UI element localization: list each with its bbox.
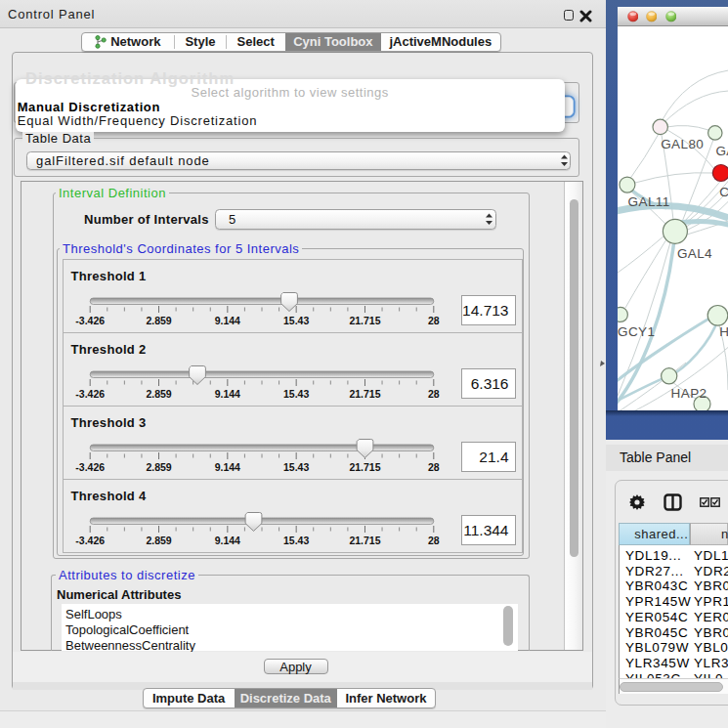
svg-text:HAP2: HAP2 [670, 386, 707, 401]
svg-text:-3.426: -3.426 [75, 315, 105, 326]
svg-text:9.144: 9.144 [214, 535, 239, 546]
svg-text:2.859: 2.859 [146, 535, 171, 546]
svg-text:28: 28 [427, 315, 439, 326]
svg-text:21.715: 21.715 [349, 315, 380, 326]
svg-text:9.144: 9.144 [214, 388, 239, 400]
svg-text:GCY1: GCY1 [618, 324, 655, 339]
svg-text:H: H [719, 324, 728, 339]
svg-text:-3.426: -3.426 [75, 461, 105, 473]
svg-text:21.715: 21.715 [349, 461, 380, 473]
svg-text:21.715: 21.715 [349, 535, 380, 546]
svg-text:21.715: 21.715 [349, 388, 380, 400]
svg-text:9.144: 9.144 [214, 461, 239, 473]
svg-text:15.43: 15.43 [283, 535, 309, 546]
svg-text:2.859: 2.859 [146, 461, 171, 473]
svg-text:28: 28 [427, 535, 439, 546]
svg-text:GAL11: GAL11 [627, 194, 669, 209]
svg-text:2.859: 2.859 [146, 388, 171, 400]
svg-text:9.144: 9.144 [214, 315, 239, 326]
svg-text:GAL4: GAL4 [676, 246, 711, 261]
svg-text:C: C [719, 185, 728, 199]
svg-text:15.43: 15.43 [283, 388, 309, 400]
svg-text:15.43: 15.43 [283, 315, 309, 326]
svg-text:28: 28 [427, 388, 439, 400]
svg-text:15.43: 15.43 [283, 461, 309, 473]
svg-text:-3.426: -3.426 [75, 388, 105, 400]
svg-text:GAL80: GAL80 [661, 137, 704, 151]
svg-text:-3.426: -3.426 [75, 535, 105, 546]
svg-text:28: 28 [427, 461, 439, 473]
svg-text:GA: GA [715, 144, 728, 158]
svg-text:2.859: 2.859 [146, 315, 171, 326]
